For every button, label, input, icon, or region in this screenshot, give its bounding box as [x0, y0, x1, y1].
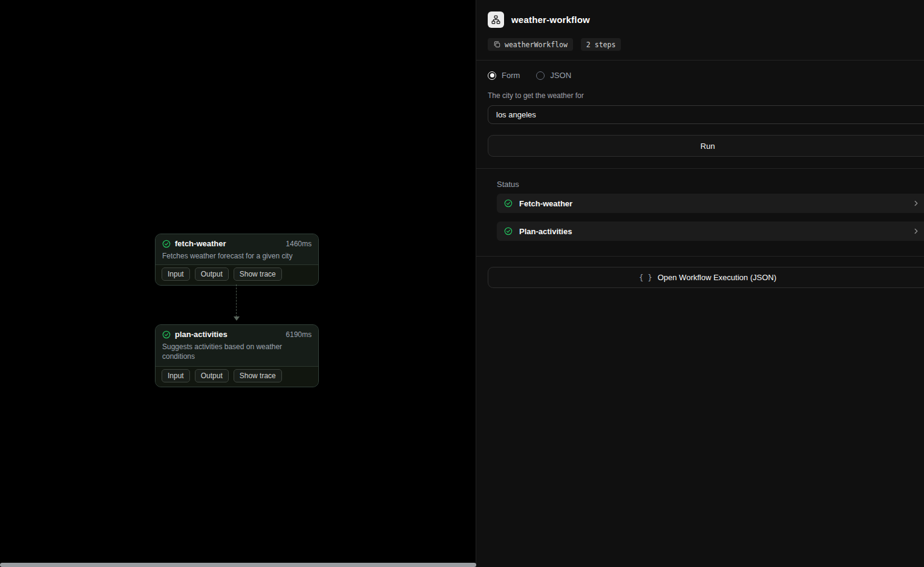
success-check-icon — [162, 330, 171, 339]
chevron-right-icon — [912, 227, 920, 235]
success-check-icon — [162, 240, 171, 248]
status-row-plan-activities[interactable]: Plan-activities — [497, 221, 924, 241]
execution-section: { } Open Workflow Execution (JSON) — [476, 257, 924, 288]
steps-badge: 2 steps — [581, 38, 621, 51]
workflow-node-plan-activities[interactable]: plan-activities 6190ms Suggests activiti… — [155, 324, 319, 387]
horizontal-scrollbar[interactable] — [0, 563, 476, 567]
json-radio[interactable]: JSON — [536, 71, 571, 80]
node-title: plan-activities — [175, 330, 228, 339]
radio-selected-icon — [488, 71, 496, 80]
city-field-label: The city to get the weather for — [488, 91, 924, 100]
panel-header: weather-workflow weatherWorkflow 2 steps — [476, 0, 924, 51]
status-row-fetch-weather[interactable]: Fetch-weather — [497, 194, 924, 213]
json-radio-label: JSON — [550, 71, 571, 80]
node-actions: Input Output Show trace — [156, 264, 318, 285]
open-workflow-execution-label: Open Workflow Execution (JSON) — [658, 273, 776, 282]
status-section: Status Fetch-weather Plan-activities — [476, 169, 924, 241]
edge-connector-line — [236, 284, 237, 317]
show-trace-button[interactable]: Show trace — [234, 369, 282, 382]
edge-arrow-icon — [234, 316, 240, 321]
workflow-icon — [488, 11, 504, 28]
node-duration: 6190ms — [286, 330, 312, 339]
status-heading: Status — [497, 180, 924, 189]
input-button[interactable]: Input — [162, 369, 190, 382]
chevron-right-icon — [912, 199, 920, 208]
input-button[interactable]: Input — [162, 267, 190, 281]
open-workflow-execution-button[interactable]: { } Open Workflow Execution (JSON) — [488, 267, 924, 288]
workflow-id-label: weatherWorkflow — [505, 41, 568, 49]
node-title: fetch-weather — [175, 239, 226, 248]
show-trace-button[interactable]: Show trace — [234, 267, 282, 281]
output-button[interactable]: Output — [195, 369, 229, 382]
node-body: plan-activities 6190ms Suggests activiti… — [156, 325, 318, 366]
workflow-app: fetch-weather 1460ms Fetches weather for… — [0, 0, 924, 567]
output-button[interactable]: Output — [195, 267, 229, 281]
trigger-form: Form JSON The city to get the weather fo… — [476, 61, 924, 157]
node-body: fetch-weather 1460ms Fetches weather for… — [156, 234, 318, 264]
view-toggle: Form JSON — [488, 71, 924, 80]
success-check-icon — [504, 199, 513, 208]
badge-row: weatherWorkflow 2 steps — [488, 38, 924, 51]
run-button[interactable]: Run — [488, 135, 924, 157]
node-header: plan-activities 6190ms — [162, 330, 312, 339]
json-braces-icon: { } — [639, 274, 652, 282]
node-description: Fetches weather forecast for a given cit… — [162, 251, 312, 261]
form-radio[interactable]: Form — [488, 71, 520, 80]
node-duration: 1460ms — [286, 240, 312, 248]
form-radio-label: Form — [502, 71, 520, 80]
status-row-label: Fetch-weather — [519, 199, 572, 208]
node-description: Suggests activities based on weather con… — [162, 342, 312, 361]
node-header: fetch-weather 1460ms — [162, 239, 312, 248]
workflow-id-badge[interactable]: weatherWorkflow — [488, 38, 573, 51]
workflow-side-panel: weather-workflow weatherWorkflow 2 steps… — [476, 0, 924, 567]
node-actions: Input Output Show trace — [156, 366, 318, 387]
radio-unselected-icon — [536, 71, 545, 80]
success-check-icon — [504, 227, 513, 235]
status-row-label: Plan-activities — [519, 227, 572, 236]
workflow-canvas[interactable]: fetch-weather 1460ms Fetches weather for… — [0, 0, 476, 567]
city-input[interactable] — [488, 105, 924, 124]
copy-icon — [493, 41, 501, 48]
workflow-node-fetch-weather[interactable]: fetch-weather 1460ms Fetches weather for… — [155, 234, 319, 286]
page-title: weather-workflow — [511, 15, 590, 25]
